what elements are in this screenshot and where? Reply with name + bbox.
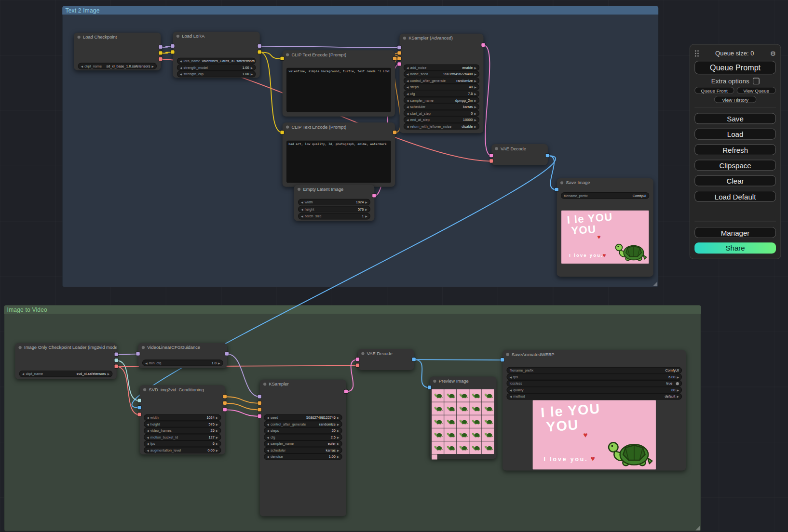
port-input-samples[interactable] <box>489 154 493 157</box>
port-output-LATENT[interactable] <box>372 194 376 197</box>
arrow-right-icon[interactable]: ▶ <box>251 73 253 76</box>
arrow-right-icon[interactable]: ▶ <box>474 92 476 95</box>
save-button[interactable]: Save <box>694 113 776 124</box>
view-history-button[interactable]: View History <box>714 96 757 103</box>
arrow-right-icon[interactable]: ▶ <box>474 99 476 102</box>
arrow-left-icon[interactable]: ◀ <box>407 92 408 95</box>
widget-batch_size[interactable]: ◀batch_size1▶ <box>298 213 370 220</box>
node-ksampler[interactable]: KSampler◀seed508627498122746▶◀control_af… <box>260 380 346 516</box>
port-input-clip[interactable] <box>171 50 174 53</box>
node-title[interactable]: Preview Image <box>430 377 497 386</box>
arrow-right-icon[interactable]: ▶ <box>474 112 476 115</box>
arrow-right-icon[interactable]: ▶ <box>365 214 367 217</box>
node-title[interactable]: Load LoRA <box>173 32 259 40</box>
widget-ckpt_name[interactable]: ◀ckpt_namesvd_xt.safetensors▶ <box>19 371 113 377</box>
arrow-right-icon[interactable]: ▶ <box>677 388 679 391</box>
widget-denoise[interactable]: ◀denoise1.00▶ <box>264 453 342 460</box>
port-input-latent_image[interactable] <box>258 414 261 418</box>
port-input-images[interactable] <box>428 386 431 389</box>
node-svd-img2vid-conditioning[interactable]: SVD_img2vid_Conditioning◀width1024▶◀heig… <box>140 385 225 454</box>
widget-steps[interactable]: ◀steps20▶ <box>264 427 342 434</box>
widget-cfg[interactable]: ◀cfg7.5▶ <box>404 91 479 97</box>
arrow-right-icon[interactable]: ▶ <box>216 429 218 432</box>
port-output-VAE[interactable] <box>159 57 162 61</box>
arrow-left-icon[interactable]: ◀ <box>407 73 408 76</box>
node-save-image[interactable]: Save Imagefilename_prefixComfyUII le YOU… <box>557 178 653 277</box>
arrow-left-icon[interactable]: ◀ <box>267 423 269 426</box>
port-output-MODEL[interactable] <box>225 352 229 356</box>
widget-scheduler[interactable]: ◀schedulerkarras▶ <box>264 447 342 453</box>
node-clip-text-encode-positive[interactable]: CLIP Text Encode (Prompt)valentine, simp… <box>283 50 395 117</box>
arrow-right-icon[interactable]: ▶ <box>337 455 339 458</box>
collapse-dot-icon[interactable] <box>298 187 300 190</box>
arrow-left-icon[interactable]: ◀ <box>267 442 269 445</box>
load-button[interactable]: Load <box>694 128 776 139</box>
port-input-images[interactable] <box>555 188 558 191</box>
collapse-dot-icon[interactable] <box>286 53 289 56</box>
arrow-left-icon[interactable]: ◀ <box>147 442 149 445</box>
widget-seed[interactable]: ◀seed508627498122746▶ <box>264 414 342 421</box>
widget-width[interactable]: ◀width1024▶ <box>298 199 370 206</box>
collapse-dot-icon[interactable] <box>77 35 80 38</box>
port-output-MODEL[interactable] <box>258 44 261 48</box>
port-input-vae[interactable] <box>489 159 493 162</box>
node-title[interactable]: KSampler (Advanced) <box>399 34 483 42</box>
widget-height[interactable]: ◀height576▶ <box>298 206 370 213</box>
arrow-left-icon[interactable]: ◀ <box>147 436 149 439</box>
clear-button[interactable]: Clear <box>694 175 776 186</box>
node-title[interactable]: VideoLinearCFGGuidance <box>138 343 227 352</box>
widget-end_at_step[interactable]: ◀end_at_step10000▶ <box>404 117 479 123</box>
port-input-vae[interactable] <box>138 413 141 416</box>
arrow-left-icon[interactable]: ◀ <box>407 112 408 115</box>
widget-return_with_leftover_noise[interactable]: ◀return_with_leftover_noisedisable▶ <box>404 123 479 130</box>
arrow-left-icon[interactable]: ◀ <box>180 73 182 76</box>
arrow-left-icon[interactable]: ◀ <box>407 99 408 102</box>
arrow-left-icon[interactable]: ◀ <box>301 214 303 217</box>
node-title[interactable]: Save Image <box>557 178 653 187</box>
port-output-CLIP_VISION[interactable] <box>115 359 118 362</box>
node-title[interactable]: SVD_img2vid_Conditioning <box>140 385 225 394</box>
widget-filename_prefix[interactable]: filename_prefixComfyUI <box>506 367 682 374</box>
node-load-lora[interactable]: Load LoRA◀lora_nameValentines_Cards_XL.s… <box>173 32 259 78</box>
widget-method[interactable]: ◀methoddefault▶ <box>506 393 682 400</box>
node-vae-decode-top[interactable]: VAE Decode <box>491 144 548 165</box>
widget-motion_bucket_id[interactable]: ◀motion_bucket_id127▶ <box>144 434 221 440</box>
widget-augmentation_level[interactable]: ◀augmentation_level0.00▶ <box>144 447 221 453</box>
arrow-right-icon[interactable]: ▶ <box>474 66 476 69</box>
arrow-left-icon[interactable]: ◀ <box>407 105 408 108</box>
arrow-right-icon[interactable]: ▶ <box>151 65 153 67</box>
arrow-left-icon[interactable]: ◀ <box>147 423 149 426</box>
arrow-left-icon[interactable]: ◀ <box>510 375 512 378</box>
collapse-dot-icon[interactable] <box>286 125 289 128</box>
arrow-right-icon[interactable]: ▶ <box>677 395 679 398</box>
port-output-MODEL[interactable] <box>159 45 162 49</box>
toggle-dot-icon[interactable] <box>676 382 679 385</box>
widget-quality[interactable]: ◀quality80▶ <box>506 386 682 393</box>
port-output-VAE[interactable] <box>115 365 118 368</box>
load-default-button[interactable]: Load Default <box>694 190 776 201</box>
port-output-CLIP[interactable] <box>159 51 162 54</box>
widget-strength_model[interactable]: ◀strength_model1.00▶ <box>177 64 256 71</box>
arrow-left-icon[interactable]: ◀ <box>407 66 408 69</box>
node-title[interactable]: CLIP Text Encode (Prompt) <box>283 50 395 59</box>
arrow-right-icon[interactable]: ▶ <box>474 118 476 121</box>
node-title[interactable]: VAE Decode <box>491 144 548 153</box>
port-output-latent[interactable] <box>223 408 227 411</box>
manager-button[interactable]: Manager <box>694 227 776 238</box>
arrow-right-icon[interactable]: ▶ <box>337 442 339 445</box>
node-title[interactable]: CLIP Text Encode (Prompt) <box>283 122 395 131</box>
port-input-latent_image[interactable] <box>397 62 401 66</box>
collapse-dot-icon[interactable] <box>19 346 22 348</box>
collapse-dot-icon[interactable] <box>142 346 145 348</box>
port-output-negative[interactable] <box>223 401 227 405</box>
port-output-CONDITIONING[interactable] <box>393 131 396 134</box>
arrow-left-icon[interactable]: ◀ <box>407 125 408 128</box>
widget-fps[interactable]: ◀fps6▶ <box>144 440 221 447</box>
drag-handle-icon[interactable] <box>694 50 699 57</box>
collapse-dot-icon[interactable] <box>495 147 498 150</box>
collapse-dot-icon[interactable] <box>506 353 509 356</box>
settings-gear-icon[interactable]: ⚙ <box>770 50 776 57</box>
port-input-model[interactable] <box>397 46 401 49</box>
arrow-left-icon[interactable]: ◀ <box>145 361 147 364</box>
node-canvas[interactable]: Text 2 ImageImage to Video Load Checkpoi… <box>0 0 788 532</box>
